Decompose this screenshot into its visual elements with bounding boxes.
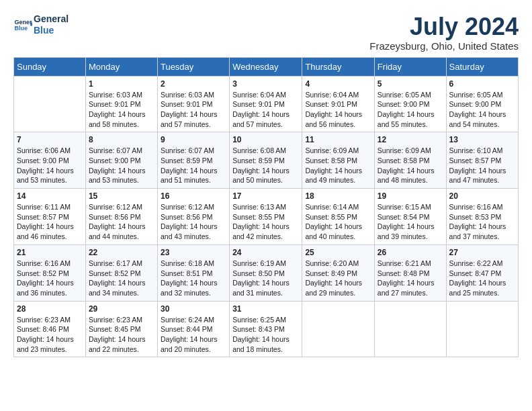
- daylight-text: Daylight: 14 hours and 44 minutes.: [89, 222, 146, 240]
- day-info: Sunrise: 6:22 AM Sunset: 8:47 PM Dayligh…: [449, 259, 515, 298]
- day-info: Sunrise: 6:20 AM Sunset: 8:49 PM Dayligh…: [305, 259, 371, 298]
- calendar-cell: 23 Sunrise: 6:18 AM Sunset: 8:51 PM Dayl…: [157, 244, 229, 301]
- day-number: 25: [305, 248, 371, 257]
- calendar-cell: 10 Sunrise: 6:08 AM Sunset: 8:59 PM Dayl…: [230, 132, 302, 189]
- calendar-day-header: Sunday: [14, 57, 86, 76]
- sunset-text: Sunset: 9:01 PM: [232, 100, 285, 108]
- day-number: 3: [232, 79, 299, 89]
- day-number: 18: [305, 191, 371, 201]
- sunset-text: Sunset: 8:59 PM: [161, 156, 213, 165]
- daylight-text: Daylight: 14 hours and 54 minutes.: [449, 110, 506, 128]
- logo: General Blue General Blue: [13, 13, 69, 36]
- calendar-cell: 11 Sunrise: 6:09 AM Sunset: 8:58 PM Dayl…: [302, 132, 374, 189]
- daylight-text: Daylight: 14 hours and 40 minutes.: [305, 222, 362, 240]
- sunset-text: Sunset: 8:43 PM: [232, 325, 285, 333]
- sunrise-text: Sunrise: 6:08 AM: [232, 146, 286, 154]
- calendar-cell: 24 Sunrise: 6:19 AM Sunset: 8:50 PM Dayl…: [230, 244, 302, 301]
- calendar-cell: 7 Sunrise: 6:06 AM Sunset: 9:00 PM Dayli…: [14, 132, 86, 189]
- calendar-cell: 4 Sunrise: 6:04 AM Sunset: 9:01 PM Dayli…: [302, 76, 374, 132]
- sunrise-text: Sunrise: 6:25 AM: [232, 316, 286, 324]
- day-number: 1: [89, 79, 154, 89]
- sunset-text: Sunset: 8:46 PM: [17, 325, 69, 333]
- sunrise-text: Sunrise: 6:05 AM: [378, 91, 431, 99]
- daylight-text: Daylight: 14 hours and 20 minutes.: [161, 335, 218, 353]
- sunset-text: Sunset: 8:55 PM: [232, 213, 285, 221]
- sunset-text: Sunset: 8:47 PM: [449, 269, 502, 277]
- calendar-cell: 31 Sunrise: 6:25 AM Sunset: 8:43 PM Dayl…: [230, 301, 302, 357]
- calendar-week-row: 7 Sunrise: 6:06 AM Sunset: 9:00 PM Dayli…: [14, 132, 519, 189]
- sunset-text: Sunset: 8:50 PM: [232, 269, 285, 277]
- daylight-text: Daylight: 14 hours and 57 minutes.: [232, 110, 290, 128]
- day-number: 12: [378, 135, 443, 144]
- day-number: 11: [305, 135, 371, 144]
- calendar-cell: 28 Sunrise: 6:23 AM Sunset: 8:46 PM Dayl…: [14, 301, 86, 357]
- daylight-text: Daylight: 14 hours and 18 minutes.: [232, 335, 290, 353]
- day-number: 30: [161, 304, 226, 314]
- daylight-text: Daylight: 14 hours and 47 minutes.: [449, 167, 506, 185]
- sunrise-text: Sunrise: 6:24 AM: [161, 316, 214, 324]
- calendar-cell: 26 Sunrise: 6:21 AM Sunset: 8:48 PM Dayl…: [374, 244, 446, 301]
- daylight-text: Daylight: 14 hours and 34 minutes.: [89, 279, 146, 297]
- day-info: Sunrise: 6:21 AM Sunset: 8:48 PM Dayligh…: [378, 259, 443, 298]
- calendar-cell: 16 Sunrise: 6:12 AM Sunset: 8:56 PM Dayl…: [157, 189, 229, 245]
- sunset-text: Sunset: 8:45 PM: [89, 325, 141, 333]
- daylight-text: Daylight: 14 hours and 58 minutes.: [89, 110, 146, 128]
- sunrise-text: Sunrise: 6:13 AM: [232, 203, 286, 211]
- sunset-text: Sunset: 8:44 PM: [161, 325, 213, 333]
- day-number: 27: [449, 248, 515, 257]
- sunset-text: Sunset: 8:54 PM: [378, 213, 430, 221]
- daylight-text: Daylight: 14 hours and 57 minutes.: [161, 110, 218, 128]
- logo-general: General: [34, 13, 69, 25]
- calendar-cell: 5 Sunrise: 6:05 AM Sunset: 9:00 PM Dayli…: [374, 76, 446, 132]
- daylight-text: Daylight: 14 hours and 27 minutes.: [378, 279, 435, 297]
- sunset-text: Sunset: 8:57 PM: [449, 156, 502, 165]
- day-info: Sunrise: 6:13 AM Sunset: 8:55 PM Dayligh…: [232, 202, 299, 242]
- daylight-text: Daylight: 14 hours and 56 minutes.: [305, 110, 362, 128]
- day-number: 15: [89, 191, 154, 201]
- calendar-cell: 14 Sunrise: 6:11 AM Sunset: 8:57 PM Dayl…: [14, 189, 86, 245]
- sunrise-text: Sunrise: 6:07 AM: [161, 146, 214, 154]
- day-info: Sunrise: 6:25 AM Sunset: 8:43 PM Dayligh…: [232, 315, 299, 355]
- sunset-text: Sunset: 9:01 PM: [161, 100, 213, 108]
- day-number: 5: [378, 79, 443, 89]
- day-info: Sunrise: 6:16 AM Sunset: 8:53 PM Dayligh…: [449, 202, 515, 242]
- day-number: 6: [449, 79, 515, 89]
- day-info: Sunrise: 6:12 AM Sunset: 8:56 PM Dayligh…: [161, 202, 226, 242]
- calendar-day-header: Saturday: [446, 57, 518, 76]
- sunrise-text: Sunrise: 6:03 AM: [89, 91, 142, 99]
- daylight-text: Daylight: 14 hours and 23 minutes.: [17, 335, 74, 353]
- svg-text:General: General: [14, 18, 32, 25]
- calendar-cell: 9 Sunrise: 6:07 AM Sunset: 8:59 PM Dayli…: [157, 132, 229, 189]
- day-info: Sunrise: 6:08 AM Sunset: 8:59 PM Dayligh…: [232, 146, 299, 185]
- daylight-text: Daylight: 14 hours and 42 minutes.: [232, 222, 290, 240]
- day-number: 26: [378, 248, 443, 257]
- sunrise-text: Sunrise: 6:22 AM: [449, 259, 503, 267]
- day-info: Sunrise: 6:11 AM Sunset: 8:57 PM Dayligh…: [17, 202, 83, 242]
- day-info: Sunrise: 6:09 AM Sunset: 8:58 PM Dayligh…: [378, 146, 443, 185]
- logo-icon: General Blue: [13, 15, 32, 34]
- day-number: 7: [17, 135, 83, 144]
- sunset-text: Sunset: 8:58 PM: [305, 156, 357, 165]
- calendar-cell: 3 Sunrise: 6:04 AM Sunset: 9:01 PM Dayli…: [230, 76, 302, 132]
- sunset-text: Sunset: 8:48 PM: [378, 269, 430, 277]
- calendar-cell: 15 Sunrise: 6:12 AM Sunset: 8:56 PM Dayl…: [85, 189, 157, 245]
- day-number: 4: [305, 79, 371, 89]
- day-info: Sunrise: 6:06 AM Sunset: 9:00 PM Dayligh…: [17, 146, 83, 185]
- location-subtitle: Frazeysburg, Ohio, United States: [369, 40, 519, 52]
- sunset-text: Sunset: 8:51 PM: [161, 269, 213, 277]
- sunset-text: Sunset: 8:53 PM: [449, 213, 502, 221]
- day-number: 8: [89, 135, 154, 144]
- calendar-cell: [446, 301, 518, 357]
- sunrise-text: Sunrise: 6:21 AM: [378, 259, 431, 267]
- calendar-table: SundayMondayTuesdayWednesdayThursdayFrid…: [13, 57, 519, 358]
- calendar-cell: 20 Sunrise: 6:16 AM Sunset: 8:53 PM Dayl…: [446, 189, 518, 245]
- sunrise-text: Sunrise: 6:04 AM: [232, 91, 286, 99]
- sunrise-text: Sunrise: 6:07 AM: [89, 146, 142, 154]
- calendar-day-header: Wednesday: [230, 57, 302, 76]
- calendar-cell: 1 Sunrise: 6:03 AM Sunset: 9:01 PM Dayli…: [85, 76, 157, 132]
- day-number: 24: [232, 248, 299, 257]
- sunset-text: Sunset: 9:00 PM: [89, 156, 141, 165]
- sunrise-text: Sunrise: 6:12 AM: [89, 203, 142, 211]
- day-number: 22: [89, 248, 154, 257]
- daylight-text: Daylight: 14 hours and 36 minutes.: [17, 279, 74, 297]
